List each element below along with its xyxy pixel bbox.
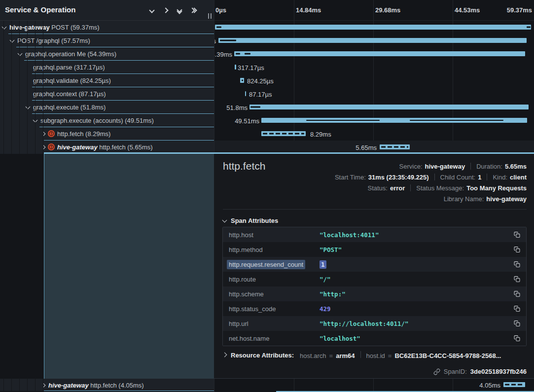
waterfall-row: 51.8ms (214, 101, 534, 114)
duration-label: 4.05ms (479, 381, 500, 389)
attribute-key[interactable]: http.route (229, 276, 320, 283)
row-separator (44, 140, 214, 141)
span-bar[interactable] (234, 51, 525, 56)
waterfall-row: 57.57ms (214, 34, 534, 47)
attribute-key[interactable]: http.status_code (229, 305, 320, 313)
timeline-tick: 44.53ms (455, 6, 480, 14)
attribute-key[interactable]: net.host.name (229, 335, 320, 342)
tree-row[interactable]: graphql.execute (51.8ms) (0, 101, 214, 114)
collapse-one-icon[interactable] (147, 6, 156, 14)
expand-all-icon[interactable] (189, 6, 197, 14)
span-bar[interactable] (235, 65, 236, 70)
attribute-key[interactable]: http.scheme (229, 290, 320, 298)
span-bar[interactable] (215, 25, 531, 30)
row-separator (32, 73, 214, 74)
span-bar[interactable] (240, 78, 244, 83)
span-bar[interactable] (245, 91, 246, 96)
tree-row[interactable]: POST /graphql (57.57ms) (0, 34, 214, 47)
copy-icon[interactable] (511, 320, 520, 327)
waterfall-row: 824.25µs (214, 74, 534, 87)
attribute-key[interactable]: http.request.resend_count (229, 261, 320, 268)
waterfall-row: 317.17µs (214, 61, 534, 74)
copy-icon[interactable] (511, 305, 520, 312)
attribute-value: "localhost" (320, 335, 511, 342)
waterfall-bottom-row: 4.05ms (214, 379, 534, 391)
timeline-tick: 14.84ms (296, 6, 321, 14)
attribute-value: "POST" (320, 246, 511, 253)
service-name: hive-gateway (9, 24, 50, 31)
link-icon[interactable] (433, 368, 440, 375)
meta-value: 1 (478, 174, 481, 181)
waterfall-row: 87.17µs (214, 87, 534, 101)
attribute-key-text: net.host.name (229, 335, 269, 342)
chevron-down-icon (149, 7, 154, 13)
span-detail-panel: http.fetch Service:hive-gatewayDuration:… (214, 154, 534, 379)
row-separator (24, 60, 214, 61)
collapse-all-icon[interactable] (175, 6, 183, 14)
span-bar[interactable] (261, 131, 306, 136)
meta-label: Service: (399, 163, 423, 170)
child-span-marker (306, 120, 380, 121)
span-bar[interactable] (218, 38, 527, 43)
span-label: graphql.execute (51.8ms) (33, 104, 106, 111)
detail-meta-item: Start Time:31ms (23:35:49.225) (335, 174, 429, 181)
resource-attributes-row[interactable]: Resource Attributes: host.arch=arm64host… (223, 351, 501, 359)
span-bar[interactable] (249, 105, 529, 109)
attribute-value-text: 1 (320, 260, 326, 269)
attribute-row: http.route"/" (223, 272, 526, 286)
equals-sign: = (329, 352, 333, 359)
panel-resize-handle[interactable] (208, 13, 212, 19)
attribute-key[interactable]: http.host (229, 231, 320, 239)
tree-row[interactable]: graphql.parse (317.17µs) (0, 61, 214, 74)
tree-row[interactable]: hive-gateway http.fetch (4.05ms) (0, 379, 214, 391)
tree-header: Service & Operation (0, 0, 214, 21)
span-tree-panel: hive-gateway POST (59.37ms)POST /graphql… (0, 0, 214, 392)
copy-icon[interactable] (511, 231, 520, 238)
waterfall-row: 54.39ms (214, 47, 534, 61)
child-span-marker (263, 133, 304, 135)
tree-row[interactable]: hive-gateway POST (59.37ms) (0, 21, 214, 34)
copy-icon[interactable] (511, 276, 520, 283)
tree-row[interactable]: !http.fetch (8.29ms) (0, 127, 214, 141)
copy-icon[interactable] (511, 246, 520, 253)
tree-row[interactable]: graphql.context (87.17µs) (0, 87, 214, 101)
waterfall-row: 5.65ms (214, 141, 534, 154)
resource-attributes-title: Resource Attributes: (231, 352, 294, 359)
copy-icon[interactable] (511, 290, 520, 297)
indent-guide (43, 21, 43, 391)
span-bar[interactable] (261, 118, 527, 123)
timeline-tick: 59.37ms (507, 6, 532, 14)
tree-row[interactable]: !hive-gateway http.fetch (5.65ms) (0, 141, 214, 154)
span-bar[interactable] (380, 144, 410, 149)
span-label: graphql.context (87.17µs) (33, 90, 106, 98)
tree-row[interactable]: graphql.validate (824.25µs) (0, 74, 214, 87)
span-label: hive-gateway http.fetch (4.05ms) (48, 382, 144, 389)
expand-one-icon[interactable] (161, 6, 170, 14)
meta-label: Status Message: (416, 184, 464, 192)
detail-meta-item: Status Message:Too Many Requests (416, 184, 527, 192)
span-attributes-toggle[interactable]: Span Attributes (223, 217, 278, 224)
tree-row[interactable]: subgraph.execute (accounts) (49.51ms) (0, 114, 214, 127)
child-span-marker (250, 107, 260, 108)
attribute-key[interactable]: http.method (229, 246, 320, 253)
child-span-marker (236, 53, 240, 55)
span-label: subgraph.execute (accounts) (49.51ms) (40, 117, 154, 124)
span-bar[interactable] (503, 382, 525, 387)
attribute-key-text: http.url (229, 320, 249, 327)
child-span-marker (220, 40, 236, 41)
waterfall-row: 8.29ms (214, 127, 534, 141)
attribute-value: "/" (320, 276, 511, 283)
resource-key: host.id (366, 352, 385, 359)
attribute-key-text: http.route (229, 276, 256, 283)
attribute-value-text: 429 (320, 305, 331, 313)
copy-icon[interactable] (511, 261, 520, 268)
span-detail-title: http.fetch (223, 160, 265, 172)
attribute-row: http.method"POST" (223, 242, 526, 257)
attribute-value: "http:" (320, 290, 511, 298)
attribute-value: 1 (320, 261, 511, 268)
copy-icon[interactable] (511, 335, 520, 342)
tree-row[interactable]: graphql.operation Me (54.39ms) (0, 47, 214, 61)
attribute-value: 429 (320, 305, 511, 313)
span-label: hive-gateway POST (59.37ms) (9, 24, 100, 31)
attribute-key[interactable]: http.url (229, 320, 320, 327)
